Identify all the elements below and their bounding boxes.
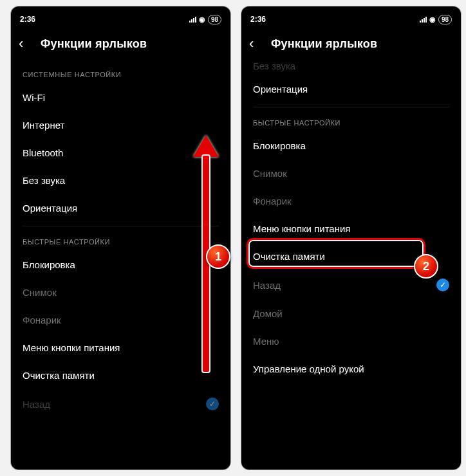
status-bar: 2:36 ◉ 98 [11,6,230,28]
wifi-icon: ◉ [199,15,205,24]
item-power-menu-highlighted[interactable]: Меню кнопки питания [241,215,461,243]
section-quick-settings: БЫСТРЫЕ НАСТРОЙКИ [241,107,461,132]
page-header: ‹ Функции ярлыков [11,28,230,59]
check-icon: ✓ [206,398,219,410]
battery-indicator: 98 [438,15,452,24]
item-back[interactable]: Назад ✓ [241,270,461,300]
wifi-icon: ◉ [429,15,436,24]
item-flashlight[interactable]: Фонарик [11,306,230,334]
item-menu[interactable]: Меню [241,327,461,355]
item-screenshot[interactable]: Снимок [11,279,230,306]
item-lock[interactable]: Блокировка [241,132,461,160]
item-orientation[interactable]: Ориентация [11,194,230,222]
item-internet[interactable]: Интернет [11,111,230,139]
item-no-sound-truncated[interactable]: Без звука [241,59,461,75]
status-bar: 2:36 ◉ 98 [241,6,461,28]
item-no-sound[interactable]: Без звука [11,167,230,194]
item-lock[interactable]: Блокировка [11,251,230,279]
item-flashlight[interactable]: Фонарик [241,187,461,215]
item-one-hand[interactable]: Управление одной рукой [241,355,461,383]
status-time: 2:36 [250,15,266,24]
battery-indicator: 98 [208,15,221,24]
signal-icon [189,16,196,23]
item-wifi[interactable]: Wi-Fi [11,84,230,111]
item-clear-memory[interactable]: Очистка памяти [241,243,461,270]
page-header: ‹ Функции ярлыков [241,28,461,59]
item-clear-memory[interactable]: Очистка памяти [11,362,230,389]
item-bluetooth[interactable]: Bluetooth [11,139,230,167]
item-back[interactable]: Назад ✓ [11,389,230,419]
signal-icon [420,16,427,23]
back-icon[interactable]: ‹ [249,37,267,51]
item-orientation[interactable]: Ориентация [241,75,461,103]
phone-screen-right: 2:36 ◉ 98 ‹ Функции ярлыков Без звука Ор… [241,6,461,470]
section-quick-settings: БЫСТРЫЕ НАСТРОЙКИ [11,226,230,251]
check-icon: ✓ [436,279,449,291]
status-time: 2:36 [20,15,35,24]
item-power-menu[interactable]: Меню кнопки питания [11,334,230,362]
page-title: Функции ярлыков [267,37,453,51]
section-system-settings: СИСТЕМНЫЕ НАСТРОЙКИ [11,59,230,84]
page-title: Функции ярлыков [37,37,223,51]
back-icon[interactable]: ‹ [19,37,37,51]
item-home[interactable]: Домой [241,300,461,327]
item-screenshot[interactable]: Снимок [241,160,461,187]
phone-screen-left: 2:36 ◉ 98 ‹ Функции ярлыков СИСТЕМНЫЕ НА… [11,6,230,470]
